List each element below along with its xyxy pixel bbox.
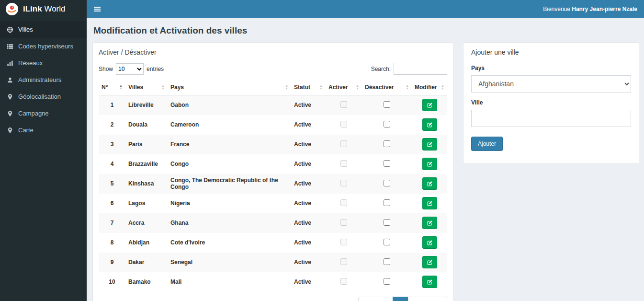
sidebar-item-label: Réseaux <box>18 59 43 67</box>
sidebar-item-carte[interactable]: Carte <box>0 122 87 139</box>
sidebar-item-campagne[interactable]: Campagne <box>0 105 87 122</box>
ville-cell: Accra <box>125 213 168 233</box>
row-number-cell: 1 <box>99 95 125 115</box>
show-label: Show <box>99 66 113 72</box>
desactiver-checkbox[interactable] <box>384 258 390 265</box>
pays-select[interactable]: Afghanistan <box>471 75 631 93</box>
row-number-cell: 4 <box>99 154 125 174</box>
edit-button[interactable] <box>422 217 437 229</box>
statut-cell: Active <box>291 233 326 253</box>
activer-checkbox[interactable] <box>340 180 347 186</box>
desactiver-checkbox[interactable] <box>384 180 390 186</box>
ville-input[interactable] <box>471 110 631 127</box>
pagination-previous-button[interactable]: Previous <box>358 297 393 301</box>
topbar-main: Bienvenue Hanry Jean-pierre Nzale <box>87 0 644 18</box>
statut-cell: Active <box>291 135 326 154</box>
activer-checkbox[interactable] <box>340 258 347 265</box>
add-city-panel: Ajouter une ville Pays Afghanistan Ville… <box>463 42 639 164</box>
ville-cell: Libreville <box>125 95 168 115</box>
column-header-villes[interactable]: Villes▲▼ <box>125 80 168 95</box>
edit-pencil-icon <box>427 279 433 285</box>
desactiver-checkbox[interactable] <box>384 121 390 127</box>
pagination-page-2-button[interactable]: 2 <box>408 297 424 301</box>
column-header-modifier[interactable]: Modifier▲▼ <box>412 80 447 95</box>
row-number-cell: 3 <box>99 135 125 154</box>
activer-checkbox[interactable] <box>340 140 347 147</box>
brand: iLink World <box>0 0 87 18</box>
activer-checkbox[interactable] <box>340 121 347 127</box>
desactiver-checkbox[interactable] <box>384 278 390 285</box>
map-marker-icon <box>7 110 13 117</box>
sidebar-item-codes-hyperviseurs[interactable]: Codes hyperviseurs <box>0 38 87 55</box>
sidebar-item-geolocalisation[interactable]: Géolocalisation <box>0 88 87 105</box>
pays-cell: Congo, The Democratic Republic of the Co… <box>168 174 291 194</box>
table-row: 10 Bamako Mali Active <box>99 272 447 292</box>
edit-button[interactable] <box>422 236 437 249</box>
edit-pencil-icon <box>427 141 433 148</box>
column-header-numero[interactable]: N°▲▼ <box>99 80 125 95</box>
activer-checkbox[interactable] <box>340 219 347 226</box>
desactiver-checkbox[interactable] <box>384 219 390 226</box>
activer-checkbox[interactable] <box>340 199 347 206</box>
page-length-select[interactable]: 10 <box>116 63 144 75</box>
pagination-page-1-button[interactable]: 1 <box>393 297 408 301</box>
pays-cell: Ghana <box>168 213 291 233</box>
column-header-pays[interactable]: Pays▲▼ <box>168 80 291 95</box>
activer-checkbox[interactable] <box>340 278 347 285</box>
edit-button[interactable] <box>422 99 437 111</box>
sort-icon: ▲▼ <box>285 84 288 90</box>
topbar: iLink World Bienvenue Hanry Jean-pierre … <box>0 0 644 18</box>
ajouter-button[interactable]: Ajouter <box>471 137 503 151</box>
add-panel-title: Ajouter une ville <box>471 48 631 56</box>
sort-icon: ▲▼ <box>441 84 444 90</box>
activer-checkbox[interactable] <box>340 239 347 245</box>
desactiver-checkbox[interactable] <box>384 101 390 108</box>
row-number-cell: 2 <box>99 115 125 135</box>
edit-button[interactable] <box>422 177 437 190</box>
table-row: 8 Abidjan Cote d'Ivoire Active <box>99 233 447 253</box>
pays-cell: Gabon <box>168 95 291 115</box>
edit-button[interactable] <box>422 118 437 131</box>
ville-cell: Bamako <box>125 272 168 292</box>
search-label: Search: <box>371 66 391 72</box>
search-input[interactable] <box>394 63 447 75</box>
statut-cell: Active <box>291 272 326 292</box>
edit-button[interactable] <box>422 256 437 268</box>
pays-label: Pays <box>471 65 631 71</box>
desactiver-checkbox[interactable] <box>384 160 390 167</box>
edit-button[interactable] <box>422 158 437 170</box>
statut-cell: Active <box>291 95 326 115</box>
desactiver-checkbox[interactable] <box>384 140 390 147</box>
activer-checkbox[interactable] <box>340 101 347 108</box>
sidebar-toggle-button[interactable] <box>87 0 108 18</box>
row-number-cell: 7 <box>99 213 125 233</box>
statut-cell: Active <box>291 115 326 135</box>
sidebar-item-label: Géolocalisation <box>18 93 61 100</box>
table-row: 1 Libreville Gabon Active <box>99 95 447 115</box>
activer-checkbox[interactable] <box>340 160 347 167</box>
column-header-desactiver[interactable]: Désactiver▲▼ <box>362 80 412 95</box>
list-icon <box>7 43 13 50</box>
sidebar-item-administrateurs[interactable]: Administrateurs <box>0 71 87 88</box>
bar-chart-icon <box>7 60 13 67</box>
desactiver-checkbox[interactable] <box>384 239 390 245</box>
pagination: Previous 1 2 Next <box>358 297 447 301</box>
desactiver-checkbox[interactable] <box>384 199 390 206</box>
edit-button[interactable] <box>422 138 437 150</box>
sidebar: Villes Codes hyperviseurs Réseaux <box>0 18 87 301</box>
edit-button[interactable] <box>422 197 437 209</box>
sort-icon: ▲▼ <box>319 84 323 90</box>
edit-button[interactable] <box>422 276 437 288</box>
villes-table: N°▲▼ Villes▲▼ Pays▲▼ Statut▲▼ Activer▲▼ … <box>99 80 447 292</box>
sidebar-item-reseaux[interactable]: Réseaux <box>0 55 87 71</box>
pays-cell: Nigeria <box>168 194 291 213</box>
column-header-statut[interactable]: Statut▲▼ <box>291 80 326 95</box>
sidebar-item-villes[interactable]: Villes <box>0 21 87 38</box>
column-header-activer[interactable]: Activer▲▼ <box>326 80 362 95</box>
pays-cell: Cameroon <box>168 115 291 135</box>
row-number-cell: 8 <box>99 233 125 253</box>
pagination-next-button[interactable]: Next <box>423 297 447 301</box>
edit-pencil-icon <box>427 220 433 226</box>
table-panel-title: Activer / Désactiver <box>99 48 447 56</box>
sort-icon: ▲▼ <box>161 84 165 90</box>
